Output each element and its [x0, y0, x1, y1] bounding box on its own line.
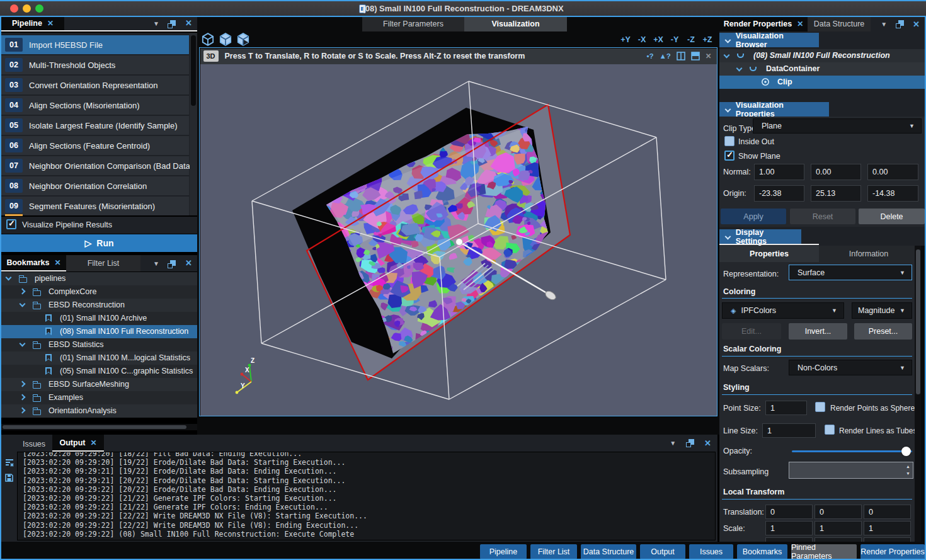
chevron-down-icon[interactable]: [736, 66, 743, 72]
orientation-y-field[interactable]: [815, 537, 862, 542]
orientation-x-field[interactable]: [765, 537, 813, 542]
close-icon[interactable]: ✕: [90, 438, 96, 447]
browser-item-clip[interactable]: Clip: [719, 76, 925, 89]
tree-item[interactable]: ComplexCore: [1, 285, 197, 299]
eye-icon[interactable]: [761, 77, 770, 86]
chevron-right-icon[interactable]: [20, 408, 26, 414]
browser-item-pipeline[interactable]: (08) Small IN100 Full Reconstruction: [719, 49, 925, 62]
reset-button[interactable]: Reset: [790, 209, 855, 224]
chevron-right-icon[interactable]: [20, 289, 26, 295]
close-icon[interactable]: ✕: [185, 258, 192, 268]
chevron-down-icon[interactable]: ▼: [153, 20, 159, 27]
dock-toggle-pinned-parameters[interactable]: Pinned Parameters: [791, 544, 857, 559]
close-icon[interactable]: ✕: [797, 20, 803, 28]
right-panel-scrollbar-thumb[interactable]: [916, 249, 920, 394]
render-points-checkbox[interactable]: [815, 402, 825, 412]
orientation-z-field[interactable]: [864, 537, 911, 542]
opacity-slider-knob[interactable]: [901, 447, 911, 456]
show-plane-checkbox[interactable]: [724, 151, 735, 161]
tab-output[interactable]: Output ✕: [52, 435, 104, 452]
dock-toggle-filter-list[interactable]: Filter List: [530, 544, 577, 559]
pipeline-filter-item[interactable]: 09Segment Features (Misorientation): [1, 197, 189, 215]
point-size-field[interactable]: [765, 401, 807, 415]
pipeline-filter-item[interactable]: 06Align Sections (Feature Centroid): [1, 136, 189, 155]
normal-z-field[interactable]: [867, 164, 918, 180]
tab-issues[interactable]: Issues: [16, 436, 52, 452]
close-view-icon[interactable]: ✕: [706, 52, 712, 60]
chevron-right-icon[interactable]: [20, 381, 26, 387]
cell-picking-help-icon[interactable]: ▲?: [659, 52, 670, 60]
tab-visualization[interactable]: Visualization: [464, 16, 567, 31]
opacity-slider-track[interactable]: [792, 450, 912, 452]
tree-item[interactable]: Examples: [1, 391, 197, 404]
line-size-field[interactable]: [762, 423, 816, 438]
tab-data-structure[interactable]: Data Structure: [808, 16, 871, 31]
component-dropdown[interactable]: Magnitude▼: [852, 302, 912, 319]
dock-toggle-output[interactable]: Output: [640, 544, 685, 559]
point-picking-help-icon[interactable]: •?: [646, 52, 653, 60]
dock-toggle-pipeline[interactable]: Pipeline: [480, 544, 527, 559]
display-settings-header[interactable]: Display Settings: [719, 229, 801, 244]
camera-axis-button-minus-X[interactable]: -X: [634, 33, 650, 46]
translation-z-field[interactable]: [864, 505, 911, 519]
3d-viewport[interactable]: ZXY: [200, 64, 717, 416]
clear-console-icon[interactable]: [5, 459, 14, 467]
console-log[interactable]: [2023:02:20 09:29:20] [18/22] Fill Bad D…: [17, 452, 716, 540]
inside-out-checkbox[interactable]: [724, 136, 735, 146]
dock-toggle-bookmarks[interactable]: Bookmarks: [737, 544, 787, 559]
map-scalars-dropdown[interactable]: Non-Colors▼: [789, 360, 912, 375]
tab-display-properties[interactable]: Properties: [719, 246, 819, 262]
tab-bookmarks[interactable]: Bookmarks ✕: [1, 255, 66, 271]
tree-item[interactable]: EBSD SurfaceMeshing: [1, 378, 197, 391]
pipeline-scrollbar-thumb[interactable]: [191, 35, 196, 106]
chevron-down-icon[interactable]: ▼: [670, 440, 676, 447]
chevron-down-icon[interactable]: [6, 275, 12, 281]
wireframe-cube-icon[interactable]: [201, 33, 215, 46]
spin-up-icon[interactable]: ▲: [906, 464, 910, 469]
dock-toggle-issues[interactable]: Issues: [689, 544, 733, 559]
representation-dropdown[interactable]: Surface▼: [789, 265, 912, 280]
pipeline-filter-item[interactable]: 05Isolate Largest Feature (Identify Samp…: [1, 116, 189, 135]
save-log-icon[interactable]: [5, 474, 13, 482]
tab-pipeline[interactable]: Pipeline ✕: [1, 16, 64, 30]
close-icon[interactable]: ✕: [47, 19, 54, 28]
subsampling-spinbox[interactable]: ▲ ▼: [789, 462, 913, 479]
camera-axis-button-minus-Y[interactable]: -Y: [666, 33, 683, 46]
apply-button[interactable]: Apply: [721, 209, 786, 224]
split-horizontal-icon[interactable]: [691, 52, 700, 60]
visualization-properties-header[interactable]: Visualization Properties: [719, 102, 829, 117]
color-array-dropdown[interactable]: ◈ IPFColors▼: [722, 302, 844, 319]
chevron-down-icon[interactable]: ▼: [153, 260, 159, 267]
tree-item[interactable]: (05) Small IN100 C...graphic Statistics: [1, 365, 197, 378]
translation-x-field[interactable]: [765, 505, 813, 519]
tree-item[interactable]: (08) Small IN100 Full Reconstruction: [1, 325, 197, 338]
tree-item[interactable]: (01) Small IN100 Archive: [1, 312, 197, 325]
bookmarks-hscrollbar-thumb[interactable]: [3, 425, 186, 429]
invert-colormap-button[interactable]: Invert...: [789, 323, 847, 340]
split-vertical-icon[interactable]: [677, 52, 685, 60]
browser-item-datacontainer[interactable]: DataContainer: [719, 62, 925, 76]
undock-icon[interactable]: [896, 20, 904, 28]
tab-render-properties[interactable]: Render Properties ✕: [719, 16, 808, 31]
dock-toggle-data-structure[interactable]: Data Structure: [581, 544, 636, 559]
scale-z-field[interactable]: [864, 521, 911, 535]
pipeline-filter-item[interactable]: 08Neighbor Orientation Correlation: [1, 176, 189, 195]
clipped-cube-icon[interactable]: [236, 33, 250, 46]
delete-button[interactable]: Delete: [859, 209, 925, 224]
origin-x-field[interactable]: [754, 185, 804, 202]
undock-icon[interactable]: [686, 439, 694, 447]
chevron-down-icon[interactable]: [20, 341, 26, 347]
origin-z-field[interactable]: [867, 185, 918, 202]
spin-down-icon[interactable]: ▼: [906, 471, 910, 476]
render-lines-checkbox[interactable]: [825, 425, 835, 435]
tree-item[interactable]: OrientationAnalysis: [1, 404, 197, 418]
tree-item[interactable]: pipelines: [1, 272, 197, 285]
tab-display-information[interactable]: Information: [819, 246, 918, 262]
edit-colormap-button[interactable]: Edit...: [722, 323, 781, 340]
tree-item[interactable]: (01) Small IN100 M...logical Statistics: [1, 351, 197, 365]
camera-axis-button-plusminus-X[interactable]: +X: [650, 33, 666, 46]
origin-y-field[interactable]: [811, 185, 861, 202]
tab-filter-parameters[interactable]: Filter Parameters: [362, 16, 464, 31]
tree-item[interactable]: EBSD Reconstruction: [1, 299, 197, 312]
camera-axis-button-minus-Z[interactable]: -Z: [683, 33, 699, 46]
